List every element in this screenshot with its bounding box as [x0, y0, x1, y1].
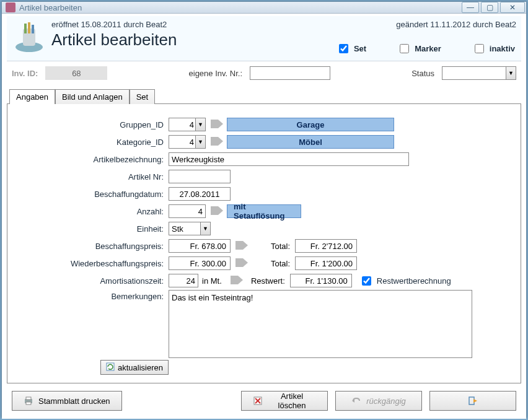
tab-set[interactable]: Set — [130, 89, 156, 104]
inv-id-label: Inv. ID: — [12, 69, 38, 78]
bemerkungen-textarea[interactable] — [169, 290, 472, 358]
tab-bar: Angaben Bild und Anlagen Set — [9, 89, 521, 103]
svg-marker-5 — [211, 120, 223, 128]
beschpreis-label: Beschaffungspreis: — [20, 242, 169, 251]
exit-button[interactable] — [429, 391, 516, 411]
app-window: Artikel bearbeiten — ▢ ✕ eröffnet 15.08.… — [1, 1, 527, 418]
arrow-right-icon — [229, 274, 243, 287]
amort-label: Amortisationszeit: — [20, 276, 169, 286]
status-label: Status — [411, 69, 434, 78]
svg-marker-8 — [235, 241, 248, 250]
minimize-button[interactable]: — — [462, 2, 479, 13]
bezeichnung-input[interactable] — [169, 152, 409, 166]
chevron-down-icon[interactable]: ▼ — [195, 136, 205, 148]
chevron-down-icon[interactable]: ▼ — [506, 67, 516, 79]
bezeichnung-label: Artikelbezeichnung: — [20, 155, 169, 164]
set-checkbox[interactable]: Set — [337, 42, 366, 55]
own-inv-label: eigene Inv. Nr.: — [189, 69, 242, 78]
svg-marker-20 — [473, 399, 477, 403]
svg-marker-7 — [211, 206, 223, 215]
svg-marker-9 — [235, 258, 248, 267]
gruppen-name: Garage — [227, 118, 394, 131]
gruppen-select[interactable]: 4 ▼ — [169, 118, 206, 131]
header: eröffnet 15.08.2011 durch Beat2 geändert… — [7, 16, 521, 61]
kategorie-name: Möbel — [227, 135, 394, 149]
set-checkbox-input[interactable] — [339, 44, 348, 53]
undo-icon — [351, 396, 361, 406]
bemerkungen-label: Bemerkungen: — [20, 290, 169, 301]
app-icon-small — [6, 2, 15, 12]
svg-rect-2 — [24, 24, 27, 33]
einheit-label: Einheit: — [20, 224, 169, 234]
artikelnr-label: Artikel Nr: — [20, 172, 169, 182]
delete-icon — [253, 396, 263, 406]
anzahl-input[interactable] — [169, 204, 206, 218]
setaufloesung-badge: mit Setauflösung — [227, 204, 301, 218]
restwertcalc-checkbox[interactable]: Restwertberechnung — [359, 274, 451, 287]
svg-marker-10 — [231, 276, 243, 284]
wiederbesch-label: Wiederbeschaffungspreis: — [20, 259, 169, 268]
tab-angaben[interactable]: Angaben — [9, 89, 55, 104]
wiederbesch-input[interactable] — [169, 256, 231, 270]
kategorie-select[interactable]: 4 ▼ — [169, 135, 206, 149]
inaktiv-checkbox-input[interactable] — [475, 44, 484, 53]
stammblatt-drucken-button[interactable]: Stammblatt drucken — [12, 391, 122, 411]
chevron-down-icon[interactable]: ▼ — [195, 118, 205, 131]
beschdatum-label: Beschaffungdatum: — [20, 190, 169, 199]
svg-marker-6 — [211, 137, 223, 146]
arrow-right-icon — [234, 240, 248, 253]
amort-input[interactable] — [169, 274, 198, 287]
arrow-right-icon — [209, 118, 223, 131]
chevron-down-icon[interactable]: ▼ — [200, 222, 210, 235]
footer-buttons: Stammblatt drucken Artikel löschen rückg… — [7, 383, 521, 416]
total2-label: Total: — [252, 259, 295, 268]
created-info: eröffnet 15.08.2011 durch Beat2 — [51, 20, 167, 29]
arrow-right-icon — [209, 205, 223, 218]
print-icon — [24, 396, 33, 406]
app-icon — [12, 20, 46, 55]
svg-rect-3 — [28, 22, 30, 33]
inventory-row: Inv. ID: eigene Inv. Nr.: Status ▼ — [7, 61, 521, 86]
total2-output — [295, 256, 357, 270]
gruppen-label: Gruppen_ID — [20, 120, 169, 129]
svg-rect-13 — [26, 397, 31, 400]
rueckgaengig-button[interactable]: rückgängig — [335, 391, 422, 411]
window-title: Artikel bearbeiten — [19, 3, 462, 12]
kategorie-label: Kategorie_ID — [20, 138, 169, 147]
flag-checkboxes: Set Marker inaktiv — [337, 42, 515, 55]
close-button[interactable]: ✕ — [500, 2, 525, 13]
tab-panel-angaben: Gruppen_ID 4 ▼ Garage Kategorie_ID 4 ▼ M… — [7, 103, 521, 383]
maximize-button[interactable]: ▢ — [481, 2, 498, 13]
artikelnr-input[interactable] — [169, 170, 231, 183]
arrow-right-icon — [209, 136, 223, 149]
own-inv-input[interactable] — [250, 66, 330, 80]
refresh-icon — [106, 362, 115, 373]
titlebar: Artikel bearbeiten — ▢ ✕ — [2, 2, 526, 14]
amort-unit: in Mt. — [198, 276, 226, 286]
svg-rect-4 — [32, 25, 34, 33]
inv-id-field — [45, 66, 107, 80]
artikel-loeschen-button[interactable]: Artikel löschen — [241, 391, 328, 411]
arrow-right-icon — [234, 257, 248, 270]
marker-checkbox-input[interactable] — [400, 44, 409, 53]
inaktiv-checkbox[interactable]: inaktiv — [472, 42, 515, 55]
exit-icon — [468, 396, 478, 406]
status-select[interactable]: ▼ — [442, 66, 516, 80]
einheit-select[interactable]: Stk ▼ — [169, 222, 211, 235]
beschdatum-input[interactable] — [169, 187, 231, 201]
svg-rect-14 — [26, 402, 31, 405]
marker-checkbox[interactable]: Marker — [397, 42, 441, 55]
total1-output — [295, 239, 357, 253]
total1-label: Total: — [252, 242, 295, 251]
restwert-output — [290, 274, 352, 287]
restwertcalc-checkbox-input[interactable] — [362, 276, 371, 286]
aktualisieren-button[interactable]: aktualisieren — [100, 360, 169, 375]
svg-rect-19 — [469, 397, 474, 405]
content-area: eröffnet 15.08.2011 durch Beat2 geändert… — [2, 14, 526, 419]
anzahl-label: Anzahl: — [20, 207, 169, 216]
modified-info: geändert 11.11.2012 durch Beat2 — [396, 20, 516, 29]
restwert-label: Restwert: — [247, 276, 290, 286]
beschpreis-input[interactable] — [169, 239, 231, 253]
tab-bild-anlagen[interactable]: Bild und Anlagen — [55, 89, 130, 104]
